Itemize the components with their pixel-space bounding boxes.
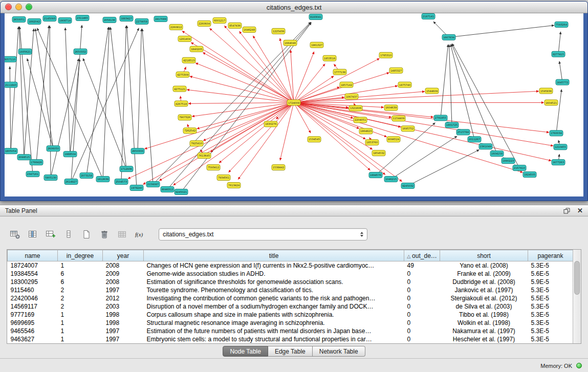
column-header-pagerank[interactable]: pagerank xyxy=(528,250,573,261)
graph-node[interactable]: 1210455 xyxy=(554,144,567,150)
scrollbar-thumb[interactable] xyxy=(574,261,580,295)
graph-node[interactable]: 2650332 xyxy=(74,49,87,54)
graph-node[interactable]: 1667834 xyxy=(442,34,455,40)
graph-node[interactable]: 2515784 xyxy=(456,129,470,135)
table-row[interactable]: 977716911998Corpus callosum shape and si… xyxy=(8,311,573,319)
graph-node[interactable]: 1604521 xyxy=(545,100,558,105)
graph-node[interactable]: 4275309 xyxy=(176,72,189,77)
graph-node[interactable]: 2156087 xyxy=(146,182,160,187)
graph-node[interactable]: 1894576 xyxy=(369,172,382,178)
show-columns-icon[interactable] xyxy=(26,228,39,241)
graph-node[interactable]: 2614927 xyxy=(64,179,78,185)
close-panel-icon[interactable]: ✕ xyxy=(577,207,583,214)
column-header-title[interactable]: title xyxy=(144,250,404,261)
graph-node[interactable]: 2504573 xyxy=(115,179,128,185)
graph-node[interactable]: 2145093 xyxy=(43,15,56,21)
graph-node[interactable]: 2260812 xyxy=(169,24,183,30)
graph-node[interactable]: 1892042 xyxy=(28,18,41,24)
graph-node[interactable]: 2187141 xyxy=(422,13,435,19)
graph-node[interactable]: 1853760 xyxy=(365,140,379,145)
graph-node[interactable]: 1840205 xyxy=(190,46,203,52)
table-row[interactable]: 969969511998Structural magnetic resonanc… xyxy=(8,319,573,327)
table-mode-icon[interactable] xyxy=(8,228,21,241)
graph-node[interactable]: 1864823 xyxy=(359,128,373,134)
graph-node[interactable]: 7593264 xyxy=(555,21,568,27)
graph-node[interactable]: 2056136 xyxy=(103,17,116,23)
column-header-year[interactable]: year xyxy=(103,250,144,261)
graph-node[interactable]: 1854532 xyxy=(372,150,385,156)
graph-node[interactable]: 1875740 xyxy=(398,82,411,87)
table-row[interactable]: 2242004622012Investigating the contribut… xyxy=(8,294,573,302)
graph-node[interactable]: 1695752 xyxy=(401,126,415,132)
graph-node[interactable]: 7262542 xyxy=(183,128,197,134)
graph-node[interactable]: 1646248 xyxy=(243,27,256,32)
graph-node[interactable]: 8096524 xyxy=(387,137,400,142)
graph-node[interactable]: 8183041 xyxy=(309,14,322,19)
graph-node[interactable]: 1853516 xyxy=(323,55,336,61)
column-header-short[interactable]: short xyxy=(440,250,528,261)
graph-node[interactable]: 2650333 xyxy=(131,148,144,154)
graph-node[interactable]: 7613645 xyxy=(198,153,211,159)
graph-node[interactable]: 2361049 xyxy=(479,144,492,149)
graph-node[interactable]: 2279058 xyxy=(135,18,148,24)
graph-node[interactable]: 1805054 xyxy=(5,148,17,154)
column-header-in_degree[interactable]: in_degree xyxy=(58,250,103,261)
graph-node[interactable]: 2204051 xyxy=(354,117,367,123)
graph-node[interactable]: 1645772 xyxy=(556,79,569,85)
rows-icon[interactable] xyxy=(62,228,75,241)
graph-node[interactable]: 2311465 xyxy=(76,15,89,20)
graph-node[interactable]: 2011267 xyxy=(468,137,481,142)
graph-node[interactable]: 1890223 xyxy=(502,158,515,164)
graph-node[interactable]: 1281404 xyxy=(178,36,191,41)
graph-node[interactable]: 2073158 xyxy=(80,173,93,179)
graph-node[interactable]: 1677263 xyxy=(552,160,565,165)
graph-canvas[interactable]: 2650051189204221450931908714231146520561… xyxy=(5,13,583,196)
graph-node[interactable]: 2099515 xyxy=(17,155,31,160)
window-titlebar[interactable]: citations_edges.txt xyxy=(1,2,587,13)
graph-node[interactable]: 2606050 xyxy=(47,146,60,151)
tab-node-table[interactable]: Node Table xyxy=(223,346,268,357)
graph-node[interactable]: 1924505 xyxy=(523,172,536,178)
graph-node[interactable]: 8046312 xyxy=(161,187,174,192)
graph-node[interactable]: 1595836 xyxy=(539,88,553,94)
graph-node[interactable]: 7934561 xyxy=(217,175,230,181)
table-row[interactable]: 1938455462009Genome-wide association stu… xyxy=(8,270,573,278)
column-header-out_degree[interactable]: △out_de… xyxy=(404,250,440,261)
graph-node[interactable]: 1978240 xyxy=(130,185,143,191)
graph-node[interactable]: 2650051 xyxy=(12,16,26,22)
table-row[interactable]: 946554611997Estimation of the future num… xyxy=(8,327,573,335)
graph-node[interactable]: 2167410 xyxy=(513,165,526,171)
graph-node[interactable]: 1712936 xyxy=(120,166,133,172)
graph-node[interactable]: 3057110 xyxy=(5,56,16,62)
graph-node[interactable]: 9245021 xyxy=(175,189,188,195)
graph-node[interactable]: 7613424 xyxy=(227,183,241,188)
network-view[interactable]: 2650051189204221450931908714231146520561… xyxy=(5,13,583,196)
table-row[interactable]: 946362711997Embryonic stem cells: a mode… xyxy=(8,335,573,343)
graph-node[interactable]: 9245032 xyxy=(401,183,415,189)
delete-icon[interactable] xyxy=(98,228,111,241)
graph-node[interactable]: 2347161 xyxy=(26,171,39,177)
graph-node[interactable]: 7907326 xyxy=(178,115,191,120)
graph-node[interactable]: 1766426 xyxy=(30,160,43,165)
graph-node[interactable]: 1538442 xyxy=(272,165,285,170)
graph-node[interactable]: 1534545 xyxy=(308,137,321,142)
graph-node[interactable]: 1760034 xyxy=(550,130,563,136)
graph-node[interactable]: 2260604 xyxy=(198,20,211,26)
create-column-icon[interactable] xyxy=(44,228,57,241)
table-row[interactable]: 1830029562008Estimation of significance … xyxy=(8,278,573,286)
column-header-name[interactable]: name xyxy=(8,250,58,261)
graph-node[interactable]: 6001217 xyxy=(213,17,226,23)
graph-node[interactable]: 1604639 xyxy=(384,105,398,111)
minimize-button[interactable] xyxy=(15,4,22,10)
graph-node[interactable]: 4275121 xyxy=(173,86,186,92)
graph-node[interactable]: 1883427 xyxy=(120,15,133,21)
graph-node[interactable]: 1777138 xyxy=(333,69,346,75)
graph-node[interactable]: 1935621 xyxy=(18,49,32,54)
graph-node[interactable]: 8547436 xyxy=(228,23,242,28)
vertical-scrollbar[interactable] xyxy=(573,250,581,343)
graph-node[interactable]: 1046215 xyxy=(384,177,398,182)
graph-node[interactable]: 1321606 xyxy=(349,105,362,111)
graph-node[interactable]: 1664046 xyxy=(284,40,297,46)
graph-node[interactable]: 1724009 xyxy=(287,100,300,105)
graph-node[interactable]: 1988504 xyxy=(63,151,77,157)
